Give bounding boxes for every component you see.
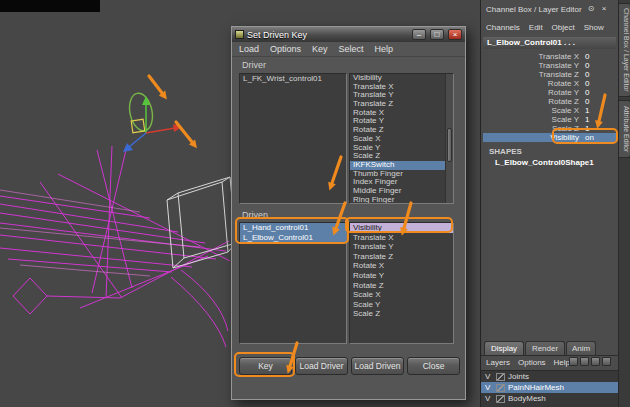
layer-display-type-icon[interactable] xyxy=(496,395,505,403)
layer-row[interactable]: V BodyMesh xyxy=(481,393,618,404)
channel-value[interactable]: 0 xyxy=(585,97,589,106)
layer-visibility-toggle[interactable]: V xyxy=(485,372,493,381)
driven-attr-item[interactable]: Translate Z xyxy=(350,252,453,262)
divider xyxy=(481,355,618,356)
driven-object-item-selected[interactable]: L_Hand_control01 xyxy=(240,223,346,233)
menu-channels[interactable]: Channels xyxy=(486,23,520,32)
close-button[interactable]: Close xyxy=(407,357,460,375)
menu-edit[interactable]: Edit xyxy=(529,23,543,32)
layer-visibility-toggle[interactable]: V xyxy=(485,394,493,403)
layer-visibility-toggle[interactable]: V xyxy=(485,383,493,392)
layer-name[interactable]: BodyMesh xyxy=(508,394,546,403)
layer-editor-menus: Layers Options Help xyxy=(486,358,570,367)
channel-value[interactable]: on xyxy=(585,133,594,142)
scrollbar[interactable] xyxy=(445,74,453,203)
driver-object-item[interactable]: L_FK_Wrist_control01 xyxy=(240,74,346,84)
channel-row-visibility-selected[interactable]: Visibilityon xyxy=(483,133,616,142)
channel-value[interactable]: 1 xyxy=(585,115,589,124)
driver-attributes-list[interactable]: Visibility Translate X Translate Y Trans… xyxy=(349,73,454,204)
channel-value[interactable]: 0 xyxy=(585,88,589,97)
menu-select[interactable]: Select xyxy=(339,44,364,54)
driven-attr-item[interactable]: Scale Y xyxy=(350,300,453,310)
channel-row[interactable]: Rotate X0 xyxy=(483,79,616,88)
selected-object-name[interactable]: L_Elbow_Control01 . . . xyxy=(483,37,616,49)
layer-list: V Joints V PainNHairMesh V BodyMesh xyxy=(481,370,618,407)
driver-attr-item[interactable]: Ring Finger xyxy=(350,196,453,204)
channel-name: Visibility xyxy=(483,133,579,142)
close-icon[interactable]: × xyxy=(448,29,462,40)
channel-row[interactable]: Translate Z0 xyxy=(483,70,616,79)
elbow-control-curves[interactable] xyxy=(126,91,155,133)
panel-tab-strip: Channel Box / Layer Editor Attribute Edi… xyxy=(618,0,630,407)
maximize-icon[interactable]: □ xyxy=(430,29,444,40)
channel-value[interactable]: 0 xyxy=(585,52,589,61)
driven-attr-item[interactable]: Translate X xyxy=(350,233,453,243)
shape-node-name[interactable]: L_Elbow_Control0Shape1 xyxy=(495,158,594,167)
channel-name: Rotate Z xyxy=(483,97,579,106)
layer-name[interactable]: PainNHairMesh xyxy=(508,383,564,392)
channel-name: Scale Z xyxy=(483,124,579,133)
tab-channel-box-layer-editor[interactable]: Channel Box / Layer Editor xyxy=(619,3,630,97)
channel-row[interactable]: Scale X1 xyxy=(483,106,616,115)
channel-name: Translate Z xyxy=(483,70,579,79)
channel-row[interactable]: Translate Y0 xyxy=(483,61,616,70)
driven-objects-list[interactable]: L_Hand_control01 L_Elbow_Control01 xyxy=(239,222,347,344)
new-layer-from-selected-icon[interactable] xyxy=(602,357,611,366)
tab-display[interactable]: Display xyxy=(484,341,524,355)
shapes-label: SHAPES xyxy=(489,147,522,156)
menu-options[interactable]: Options xyxy=(518,358,546,367)
channel-row[interactable]: Rotate Z0 xyxy=(483,97,616,106)
menu-options[interactable]: Options xyxy=(270,44,301,54)
layer-name[interactable]: Joints xyxy=(508,372,529,381)
hand-control-box[interactable] xyxy=(167,177,236,268)
driven-object-item-selected[interactable]: L_Elbow_Control01 xyxy=(240,233,346,243)
layer-display-type-icon[interactable] xyxy=(496,384,505,392)
driver-objects-list[interactable]: L_FK_Wrist_control01 xyxy=(239,73,347,204)
driven-attr-item[interactable]: Rotate X xyxy=(350,261,453,271)
channel-row[interactable]: Translate X0 xyxy=(483,52,616,61)
channel-value[interactable]: 1 xyxy=(585,124,589,133)
tab-anim[interactable]: Anim xyxy=(566,341,596,355)
driven-attr-item[interactable]: Rotate Y xyxy=(350,271,453,281)
new-empty-layer-icon[interactable] xyxy=(591,357,600,366)
channel-row[interactable]: Scale Z1 xyxy=(483,124,616,133)
menu-help[interactable]: Help xyxy=(375,44,394,54)
channel-value[interactable]: 0 xyxy=(585,61,589,70)
layer-display-type-icon[interactable] xyxy=(496,373,505,381)
dialog-menubar: Load Options Key Select Help xyxy=(232,42,465,57)
driven-attr-item[interactable]: Scale X xyxy=(350,290,453,300)
tab-attribute-editor[interactable]: Attribute Editor xyxy=(619,100,630,158)
channel-name: Translate Y xyxy=(483,61,579,70)
channel-value[interactable]: 0 xyxy=(585,79,589,88)
move-layer-up-icon[interactable] xyxy=(569,357,578,366)
scrollbar-thumb[interactable] xyxy=(447,128,452,162)
dialog-titlebar[interactable]: Set Driven Key – □ × xyxy=(232,27,465,42)
channel-value[interactable]: 1 xyxy=(585,106,589,115)
driven-attr-item[interactable]: Rotate Z xyxy=(350,281,453,291)
channel-row[interactable]: Rotate Y0 xyxy=(483,88,616,97)
menu-show[interactable]: Show xyxy=(584,23,604,32)
menu-key[interactable]: Key xyxy=(312,44,328,54)
driven-attr-item[interactable]: Translate Y xyxy=(350,242,453,252)
move-manipulator[interactable] xyxy=(123,96,182,152)
layer-row-selected[interactable]: V PainNHairMesh xyxy=(481,382,618,393)
channel-row[interactable]: Scale Y1 xyxy=(483,115,616,124)
layer-row[interactable]: V Joints xyxy=(481,371,618,382)
key-button[interactable]: Key xyxy=(239,357,292,375)
load-driver-button[interactable]: Load Driver xyxy=(295,357,348,375)
channel-value[interactable]: 0 xyxy=(585,70,589,79)
panel-menu-icon[interactable]: ⊙ xyxy=(586,4,596,14)
menu-layers[interactable]: Layers xyxy=(486,358,510,367)
menu-load[interactable]: Load xyxy=(239,44,259,54)
panel-close-icon[interactable]: × xyxy=(599,4,609,14)
load-driven-button[interactable]: Load Driven xyxy=(351,357,404,375)
menu-help[interactable]: Help xyxy=(554,358,570,367)
move-layer-down-icon[interactable] xyxy=(580,357,589,366)
driven-attributes-list[interactable]: Visibility Translate X Translate Y Trans… xyxy=(349,222,454,344)
minimize-icon[interactable]: – xyxy=(412,29,426,40)
tab-render[interactable]: Render xyxy=(525,341,565,355)
maya-application-window: Set Driven Key – □ × Load Options Key Se… xyxy=(0,0,630,407)
driven-attr-item-selected[interactable]: Visibility xyxy=(350,223,453,233)
driven-attr-item[interactable]: Scale Z xyxy=(350,309,453,319)
menu-object[interactable]: Object xyxy=(552,23,575,32)
